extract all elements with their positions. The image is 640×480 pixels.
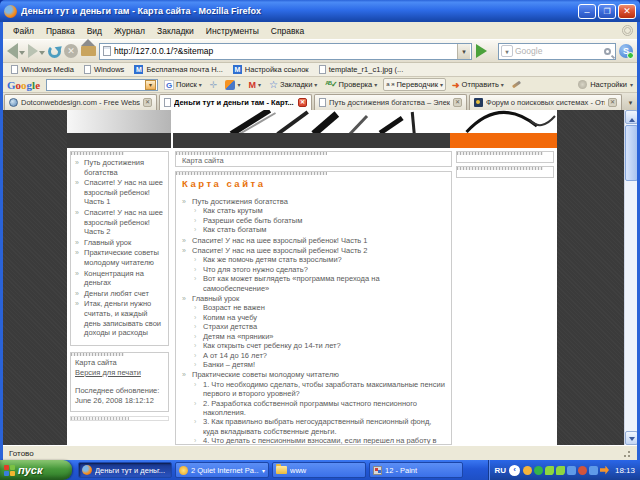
- print-version-link[interactable]: Версия для печати: [75, 368, 164, 378]
- google-settings-button[interactable]: Настройки ▾: [578, 80, 633, 89]
- menu-item[interactable]: Файл: [7, 25, 40, 37]
- tab-close-button[interactable]: ✕: [143, 98, 152, 107]
- update-tray-icon[interactable]: [600, 466, 609, 475]
- bookmark-item[interactable]: Windows: [84, 65, 124, 74]
- sidebar-link[interactable]: »Деньги любят счет: [75, 289, 165, 299]
- menu-item[interactable]: Справка: [265, 25, 310, 37]
- search-icon[interactable]: [604, 48, 611, 55]
- sitemap-sublink[interactable]: ›2. Разработка собственной программы час…: [182, 399, 445, 418]
- back-dropdown-icon[interactable]: [19, 51, 25, 58]
- scroll-down-button[interactable]: [625, 431, 637, 445]
- sitemap-sublink[interactable]: ›А от 14 до 16 лет?: [182, 351, 445, 360]
- bookmark-item[interactable]: Бесплатная почта Н...: [134, 65, 222, 74]
- sitemap-sublink[interactable]: ›Как стать крутым: [182, 206, 445, 215]
- gmail-button[interactable]: ▾: [246, 79, 263, 91]
- url-dropdown-button[interactable]: [457, 44, 470, 59]
- home-button[interactable]: [81, 46, 96, 56]
- start-button[interactable]: пуск: [0, 460, 72, 480]
- messenger-tray-icon[interactable]: [523, 466, 532, 475]
- forward-button[interactable]: [28, 44, 45, 58]
- sidebar-link[interactable]: »Практические советы молодому читателю: [75, 248, 165, 267]
- menu-item[interactable]: Правка: [40, 25, 81, 37]
- icq-flower2-tray-icon[interactable]: [556, 466, 565, 475]
- go-button[interactable]: [476, 44, 494, 58]
- fox-button[interactable]: ▾: [223, 79, 242, 91]
- search-engine-icon[interactable]: [501, 45, 513, 57]
- url-input[interactable]: http://127.0.0.1/?&sitemap: [114, 46, 454, 56]
- sitemap-link[interactable]: »Путь достижения богатства: [182, 197, 445, 206]
- translate-button[interactable]: Переводчик▾: [383, 78, 446, 91]
- sitemap-sublink[interactable]: ›Разреши себе быть богатым: [182, 216, 445, 225]
- skype-extension-icon[interactable]: S: [619, 44, 633, 58]
- sitemap-sublink[interactable]: ›3. Как правильно выбрать негосударствен…: [182, 417, 445, 436]
- sitemap-sublink[interactable]: ›Детям на «пряники»: [182, 332, 445, 341]
- tab[interactable]: Деньги тут и деньги там - Карт...✕: [159, 94, 312, 110]
- bookmark-item[interactable]: Настройка ссылок: [233, 65, 309, 74]
- sitemap-sublink[interactable]: ›1. Что необходимо сделать, чтобы зарабо…: [182, 380, 445, 399]
- pencil-button[interactable]: [510, 82, 523, 87]
- scroll-up-button[interactable]: [625, 110, 637, 124]
- reload-button[interactable]: [48, 45, 61, 58]
- sitemap-sublink[interactable]: ›Банки – детям!: [182, 360, 445, 369]
- taskbar-task[interactable]: 12 - Paint: [369, 462, 463, 478]
- clock[interactable]: 18:13: [615, 466, 635, 475]
- menu-item[interactable]: Журнал: [108, 25, 151, 37]
- search-input[interactable]: Google: [515, 46, 602, 56]
- sitemap-sublink[interactable]: ›4. Что делать с пенсионными взносами, е…: [182, 436, 445, 445]
- sidebar-link[interactable]: »Спасите! У нас на шее взрослый ребенок!…: [75, 208, 165, 237]
- url-bar[interactable]: http://127.0.0.1/?&sitemap: [99, 43, 472, 60]
- download-tray-icon[interactable]: [534, 466, 543, 475]
- sitemap-sublink[interactable]: ›Что для этого нужно сделать?: [182, 265, 445, 274]
- sitemap-sublink[interactable]: ›Как же помочь детям стать взрослыми?: [182, 255, 445, 264]
- page-scrollbar[interactable]: [624, 110, 637, 445]
- forward-dropdown-icon[interactable]: [39, 51, 45, 58]
- sidebar-link[interactable]: »Концентрация на деньгах: [75, 269, 165, 288]
- tab[interactable]: Dotconwebdesign.com - Free Websit...✕: [4, 94, 157, 110]
- resize-grip[interactable]: [621, 448, 631, 458]
- language-indicator[interactable]: RU: [494, 466, 506, 475]
- taskbar-task[interactable]: 2 Quiet Internet Pa...▾: [175, 462, 269, 478]
- menu-item[interactable]: Закладки: [151, 25, 200, 37]
- google-search-input[interactable]: [46, 79, 158, 91]
- network2-tray-icon[interactable]: [589, 466, 598, 475]
- taskbar-task[interactable]: www: [272, 462, 366, 478]
- back-button[interactable]: [7, 43, 25, 59]
- tab-close-button[interactable]: ✕: [298, 98, 307, 107]
- bookmark-item[interactable]: template_r1_c1.jpg (...: [319, 65, 404, 74]
- icq-flower-tray-icon[interactable]: [545, 466, 554, 475]
- sidebar-link[interactable]: »Спасите! У нас на шее взрослый ребенок!…: [75, 178, 165, 207]
- sidebar-link[interactable]: »Главный урок: [75, 238, 165, 248]
- tab-close-button[interactable]: ✕: [608, 98, 617, 107]
- network-tray-icon[interactable]: [567, 466, 576, 475]
- sitemap-sublink[interactable]: ›Возраст не важен: [182, 303, 445, 312]
- sitemap-link[interactable]: »Спасите! У нас на шее взрослый ребенок!…: [182, 246, 445, 255]
- sitemap-sublink[interactable]: ›Вот как может выглядеть «программа пере…: [182, 274, 445, 293]
- sitemap-sublink[interactable]: ›Копим на учебу: [182, 313, 445, 322]
- tab-close-button[interactable]: ✕: [453, 98, 462, 107]
- search-box[interactable]: Google: [498, 43, 616, 60]
- bookmark-item[interactable]: Windows Media: [11, 65, 74, 74]
- taskbar-task[interactable]: Деньги тут и деньг...: [78, 462, 172, 478]
- sidebar-link[interactable]: »Итак, деньги нужно считать, и каждый де…: [75, 299, 165, 337]
- scrollbar-thumb[interactable]: [625, 125, 637, 181]
- alert-tray-icon[interactable]: [578, 466, 587, 475]
- tab[interactable]: Форум о поисковых системах - Отв...✕: [469, 94, 622, 110]
- sitemap-link[interactable]: »Практические советы молодому читателю: [182, 370, 445, 379]
- title-bar[interactable]: Деньги тут и деньги там - Карта сайта - …: [0, 0, 640, 22]
- hide-icons-chevron[interactable]: [509, 465, 520, 476]
- g-button[interactable]: Поиск▾: [162, 79, 204, 91]
- sitemap-sublink[interactable]: ›Страхи детства: [182, 322, 445, 331]
- send-button[interactable]: Отправить▾: [450, 79, 506, 91]
- tab-list-dropdown-button[interactable]: [625, 96, 636, 110]
- spellcheck-button[interactable]: Проверка▾: [323, 79, 379, 90]
- menu-item[interactable]: Инструменты: [200, 25, 265, 37]
- sitemap-sublink[interactable]: ›Как открыть счет ребенку до 14-ти лет?: [182, 341, 445, 350]
- sitemap-sublink[interactable]: ›Как стать богатым: [182, 225, 445, 234]
- star-button[interactable]: Закладки▾: [267, 78, 319, 91]
- minimize-button[interactable]: [578, 4, 596, 19]
- sitemap-link[interactable]: »Спасите! У нас на шее взрослый ребенок!…: [182, 236, 445, 245]
- google-search-dropdown-icon[interactable]: [145, 80, 156, 90]
- menu-item[interactable]: Вид: [81, 25, 108, 37]
- close-button[interactable]: [618, 4, 636, 19]
- crosshair-button[interactable]: [208, 79, 220, 91]
